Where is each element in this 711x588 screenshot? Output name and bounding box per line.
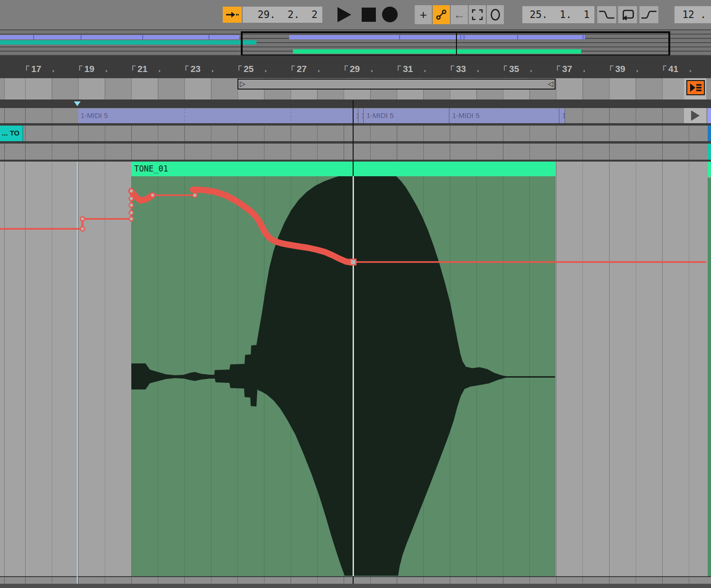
minor-bar-tick bbox=[159, 70, 160, 72]
overview-playhead bbox=[456, 33, 457, 54]
playhead-line-clip bbox=[353, 176, 354, 576]
minor-bar-tick bbox=[106, 70, 107, 72]
automation-arm-icon bbox=[436, 9, 447, 20]
stop-button[interactable] bbox=[362, 8, 376, 22]
clip-loop-divider bbox=[184, 108, 185, 123]
track-lane-5[interactable] bbox=[0, 577, 711, 584]
record-icon bbox=[382, 7, 398, 22]
midi-track-lane[interactable]: 1-MIDI 5111-MIDI 51-MIDI 51 bbox=[0, 108, 711, 123]
bar-number-label: 33 bbox=[451, 64, 466, 74]
bar-tick bbox=[557, 65, 560, 71]
bar-number-label: 31 bbox=[398, 64, 413, 74]
back-to-arrangement-button[interactable] bbox=[686, 80, 705, 95]
minor-bar-tick bbox=[637, 70, 638, 72]
bar-tick bbox=[132, 65, 136, 71]
automation-drawn-curve[interactable] bbox=[131, 191, 153, 200]
bar-tick bbox=[451, 65, 454, 71]
loop-length-display[interactable]: 12 . bbox=[675, 6, 711, 23]
bar-tick bbox=[292, 65, 295, 71]
insert-marker-triangle[interactable] bbox=[74, 101, 81, 106]
minor-bar-tick bbox=[212, 70, 213, 72]
overview-clip-divider bbox=[33, 35, 34, 39]
play-icon bbox=[337, 7, 351, 22]
bar-tick bbox=[26, 65, 29, 71]
scrub-area[interactable]: ▷ ◁ bbox=[0, 78, 711, 100]
stop-icon bbox=[362, 8, 376, 22]
punch-out-button[interactable] bbox=[639, 6, 658, 23]
punch-in-icon bbox=[599, 9, 615, 21]
loop-icon bbox=[620, 8, 635, 21]
track-color-cap-midi bbox=[708, 108, 711, 123]
midi-clip[interactable]: 1 bbox=[354, 109, 358, 123]
bar-tick bbox=[185, 65, 189, 71]
loop-start-handle[interactable]: ▷ bbox=[240, 80, 246, 88]
bar-tick bbox=[345, 65, 348, 71]
automation-breakpoint[interactable] bbox=[129, 197, 134, 201]
arrangement-overview[interactable] bbox=[0, 29, 711, 55]
play-button[interactable] bbox=[337, 7, 351, 22]
punch-in-button[interactable] bbox=[597, 6, 616, 23]
automation-arm-button[interactable] bbox=[433, 5, 450, 24]
ableton-arrangement-view: 29. 2. 2 + ← 25. 1. 1 bbox=[0, 0, 711, 588]
new-button[interactable]: + bbox=[415, 5, 432, 24]
playhead-line bbox=[353, 576, 354, 584]
loop-end-handle[interactable]: ◁ bbox=[547, 80, 553, 88]
track-color-cap-tone-title bbox=[708, 162, 711, 177]
midi-clip[interactable]: 1-MIDI 5 bbox=[450, 109, 559, 123]
record-button[interactable] bbox=[382, 7, 398, 22]
loop-button[interactable] bbox=[618, 6, 637, 23]
waveform-automation-layer[interactable] bbox=[0, 162, 711, 576]
follow-button[interactable] bbox=[223, 7, 242, 23]
playhead-line bbox=[353, 100, 354, 176]
beat-time-ruler[interactable]: 17192123252729313335373941 bbox=[0, 55, 711, 78]
capture-midi-button[interactable] bbox=[469, 5, 486, 24]
bar-number-label: 41 bbox=[663, 64, 678, 74]
minor-bar-tick bbox=[583, 70, 585, 72]
arrangement-position-display[interactable]: 29. 2. 2 bbox=[243, 7, 322, 23]
track-color-cap-tone bbox=[708, 178, 711, 576]
transport-bar: 29. 2. 2 + ← 25. 1. 1 bbox=[0, 0, 711, 31]
bar-tick bbox=[610, 65, 613, 71]
midi-clip[interactable]: 1 bbox=[560, 109, 565, 123]
capture-midi-icon bbox=[472, 9, 483, 20]
automation-breakpoint[interactable] bbox=[81, 217, 85, 221]
automation-breakpoint[interactable] bbox=[81, 227, 85, 231]
automation-breakpoint[interactable] bbox=[129, 203, 134, 208]
track-play-button[interactable] bbox=[684, 108, 706, 123]
reenable-automation-button[interactable]: ← bbox=[451, 5, 468, 24]
overview-view-rectangle[interactable] bbox=[241, 31, 670, 56]
track-lane-3[interactable] bbox=[0, 144, 711, 160]
automation-breakpoint[interactable] bbox=[129, 217, 134, 221]
minor-bar-tick bbox=[265, 70, 266, 72]
loop-start-display[interactable]: 25. 1. 1 bbox=[522, 6, 594, 23]
midi-clip[interactable]: 1-MIDI 5 bbox=[364, 109, 449, 123]
automation-breakpoint[interactable] bbox=[129, 189, 134, 193]
minor-bar-tick bbox=[690, 70, 691, 72]
midi-clip[interactable]: 1-MIDI 5 bbox=[78, 109, 353, 123]
track-divider bbox=[0, 100, 711, 108]
automation-handle[interactable] bbox=[350, 259, 356, 265]
loop-brace[interactable]: ▷ ◁ bbox=[237, 79, 556, 90]
back-to-arrangement-icon bbox=[690, 83, 702, 92]
automation-breakpoint[interactable] bbox=[129, 211, 134, 215]
bar-number-label: 29 bbox=[345, 64, 360, 74]
overview-clip-bar-teal bbox=[0, 40, 256, 45]
overview-clip-bar-blue bbox=[0, 35, 239, 39]
automation-breakpoint[interactable] bbox=[193, 193, 197, 198]
minor-bar-tick bbox=[477, 70, 479, 72]
midi-clip[interactable]: 1 bbox=[359, 109, 364, 123]
minor-bar-tick bbox=[318, 70, 319, 72]
bar-number-label: 23 bbox=[185, 64, 201, 74]
minor-bar-tick bbox=[424, 70, 426, 72]
bar-number-label: 19 bbox=[79, 64, 94, 74]
bar-number-label: 17 bbox=[26, 64, 41, 74]
overview-clip-divider bbox=[81, 35, 82, 39]
automation-line[interactable] bbox=[0, 191, 131, 229]
audio-track-lane-2[interactable]: ... TO bbox=[0, 126, 711, 141]
automation-breakpoint[interactable] bbox=[151, 193, 155, 198]
track-play-icon bbox=[691, 110, 700, 121]
bar-tick bbox=[504, 65, 507, 71]
session-record-button[interactable] bbox=[487, 5, 504, 24]
audio-waveform bbox=[131, 176, 555, 576]
audio-clip-truncated[interactable]: ... TO bbox=[0, 126, 23, 141]
